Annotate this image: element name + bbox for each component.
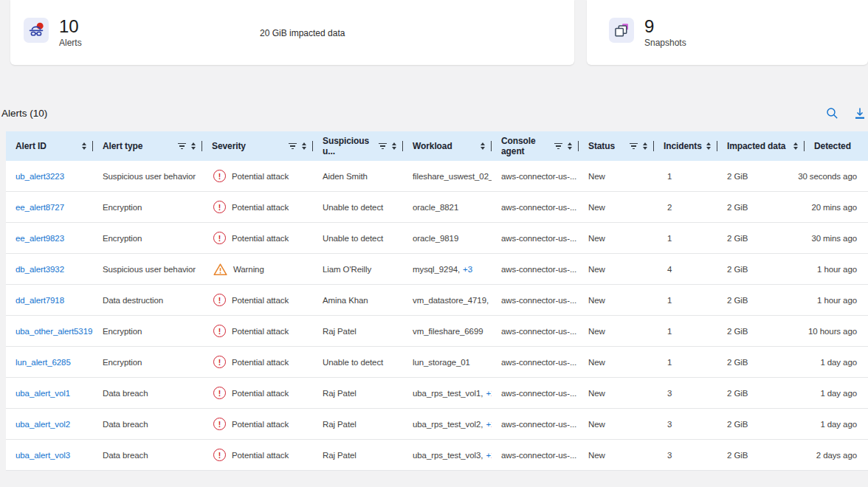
alert-type-text: Encryption: [103, 358, 142, 367]
cell-severity: !Potential attack: [202, 316, 313, 346]
cell-console-agent: aws-connector-us-...: [492, 161, 579, 191]
filter-icon[interactable]: [379, 143, 387, 150]
column-header-incidents[interactable]: Incidents: [654, 131, 717, 161]
workload-text: oracle_8821: [413, 203, 458, 212]
search-button[interactable]: [825, 106, 838, 120]
alert-type-text: Data destruction: [103, 296, 163, 305]
download-button[interactable]: [853, 106, 867, 120]
alert-id-link[interactable]: db_alert3932: [16, 265, 64, 274]
column-header-severity[interactable]: Severity: [202, 131, 313, 161]
alert-id-link[interactable]: ee_alert9823: [16, 234, 64, 243]
workload-more-link[interactable]: +2: [486, 420, 492, 429]
cell-incidents: 3: [654, 378, 717, 408]
column-header-id[interactable]: Alert ID: [6, 131, 93, 161]
alert-id-link[interactable]: uba_other_alert5319: [16, 327, 92, 336]
cell-impacted-data: 2 GiB: [717, 316, 805, 346]
sort-icon[interactable]: [191, 142, 196, 151]
filter-icon[interactable]: [178, 143, 186, 150]
cell-alert-type: Data breach: [93, 378, 202, 408]
console-agent-text: aws-connector-us-...: [501, 389, 576, 398]
suspicious-user-text: Amina Khan: [323, 296, 368, 305]
cell-suspicious-user: Raj Patel: [313, 409, 403, 439]
impacted-data-value: 2 GiB: [727, 327, 748, 336]
potential-attack-icon: !: [213, 449, 226, 461]
column-header-impacted[interactable]: Impacted data: [717, 131, 805, 161]
alert-id-link[interactable]: uba_alert_vol3: [16, 451, 70, 460]
cell-impacted-data: 2 GiB: [717, 285, 805, 315]
cell-impacted-data: 2 GiB: [717, 440, 805, 470]
detected-time: 20 mins ago: [811, 203, 857, 212]
workload-more-link[interactable]: +2: [486, 451, 492, 460]
suspicious-user-text: Raj Patel: [323, 420, 356, 429]
alerts-section-header: Alerts (10): [0, 106, 868, 120]
column-header-status[interactable]: Status: [579, 131, 654, 161]
cell-status: New: [579, 223, 654, 253]
cell-suspicious-user: Raj Patel: [313, 316, 403, 346]
console-agent-text: aws-connector-us-...: [501, 265, 576, 274]
filter-icon[interactable]: [630, 143, 638, 150]
cell-severity: !Potential attack: [202, 378, 313, 408]
filter-icon[interactable]: [554, 143, 562, 150]
cell-alert-id: uba_other_alert5319: [6, 316, 93, 346]
alert-type-text: Suspicious user behavior: [103, 265, 196, 274]
sort-icon[interactable]: [793, 142, 798, 151]
snapshots-count: 9: [644, 18, 686, 35]
status-text: New: [588, 203, 605, 212]
cell-incidents: 4: [654, 254, 717, 284]
alerts-table: Alert IDAlert typeSeveritySuspicious u..…: [6, 131, 868, 471]
table-row: ub_alert3223Suspicious user behavior!Pot…: [6, 161, 868, 192]
column-header-detected[interactable]: Detected: [805, 131, 868, 161]
console-agent-text: aws-connector-us-...: [501, 451, 576, 460]
column-label: Detected: [814, 141, 851, 151]
column-header-user[interactable]: Suspicious u...: [313, 131, 403, 161]
column-label: Impacted data: [727, 141, 785, 151]
potential-attack-icon: !: [213, 232, 226, 244]
cell-workload: fileshare_uswest_02_32: [403, 161, 492, 191]
workload-more-link[interactable]: +3: [463, 265, 472, 274]
alert-id-link[interactable]: dd_alert7918: [16, 296, 64, 305]
suspicious-user-text: Raj Patel: [323, 451, 356, 460]
cell-console-agent: aws-connector-us-...: [492, 316, 579, 346]
workload-more-link[interactable]: +2: [486, 389, 492, 398]
sort-icon[interactable]: [480, 142, 485, 151]
alert-id-link[interactable]: ub_alert3223: [16, 172, 64, 181]
potential-attack-icon: !: [213, 170, 226, 182]
sort-icon[interactable]: [82, 142, 86, 151]
cell-detected: 1 day ago: [805, 347, 868, 377]
cell-severity: Warning: [202, 254, 313, 284]
status-text: New: [588, 389, 605, 398]
cell-suspicious-user: Unable to detect: [313, 192, 403, 222]
column-header-type[interactable]: Alert type: [93, 131, 202, 161]
alert-id-link[interactable]: uba_alert_vol2: [16, 420, 70, 429]
status-text: New: [588, 451, 605, 460]
column-header-workload[interactable]: Workload: [403, 131, 492, 161]
severity-label: Warning: [233, 265, 264, 274]
sort-icon[interactable]: [643, 142, 647, 151]
filter-icon[interactable]: [289, 143, 297, 150]
snapshots-icon: [612, 21, 631, 40]
sort-icon[interactable]: [706, 142, 711, 151]
alert-id-link[interactable]: ee_alert8727: [16, 203, 64, 212]
workload-text: uba_rps_test_vol2,: [413, 420, 483, 429]
table-row: uba_alert_vol1Data breach!Potential atta…: [6, 378, 868, 409]
cell-incidents: 1: [654, 316, 717, 346]
detected-time: 10 hours ago: [808, 327, 857, 336]
cell-workload: oracle_8821: [403, 192, 492, 222]
column-header-agent[interactable]: Console agent: [492, 131, 579, 161]
potential-attack-icon: !: [213, 418, 226, 430]
cell-incidents: 3: [654, 440, 717, 470]
console-agent-text: aws-connector-us-...: [501, 358, 576, 367]
cell-workload: oracle_9819: [403, 223, 492, 253]
impacted-data-value: 2 GiB: [727, 172, 748, 181]
sort-icon[interactable]: [302, 142, 306, 151]
workload-text: vm_datastore_4719,: [413, 296, 489, 305]
cell-incidents: 2: [654, 192, 717, 222]
sort-icon[interactable]: [392, 142, 396, 151]
cell-impacted-data: 2 GiB: [717, 347, 805, 377]
console-agent-text: aws-connector-us-...: [501, 172, 576, 181]
workload-text: mysql_9294,: [413, 265, 460, 274]
sort-icon[interactable]: [568, 142, 572, 151]
alert-id-link[interactable]: lun_alert_6285: [16, 358, 71, 367]
alert-id-link[interactable]: uba_alert_vol1: [16, 389, 70, 398]
workload-text: vm_fileshare_6699: [413, 327, 483, 336]
